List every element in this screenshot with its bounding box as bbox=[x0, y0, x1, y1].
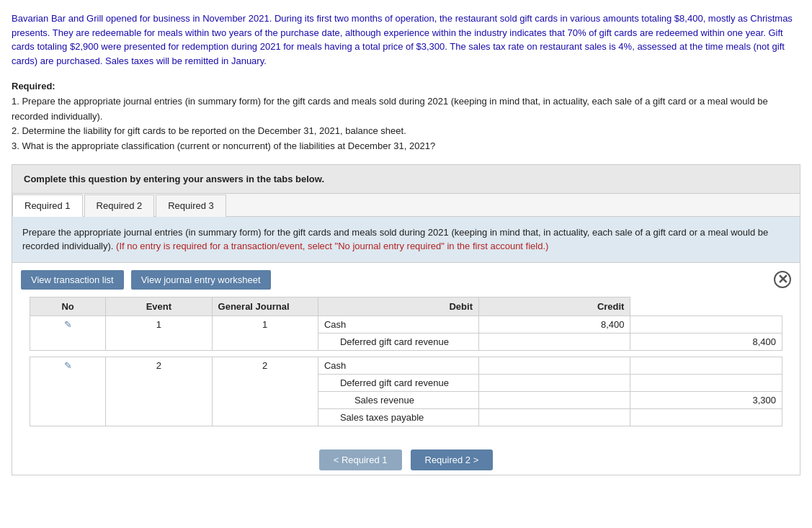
complete-box: Complete this question by entering your … bbox=[12, 164, 800, 194]
buttons-row: View transaction list View journal entry… bbox=[12, 263, 800, 297]
required-item-3: 3. What is the appropriate classificatio… bbox=[12, 139, 800, 154]
row-credit bbox=[630, 374, 782, 391]
required-section: Required: 1. Prepare the appropriate jou… bbox=[12, 79, 800, 154]
required-item-1: 1. Prepare the appropriate journal entri… bbox=[12, 94, 800, 125]
spacer-row bbox=[30, 426, 782, 432]
row-debit bbox=[478, 408, 630, 426]
col-header-event: Event bbox=[106, 297, 212, 316]
table-row: ✎11Cash8,400 bbox=[30, 316, 782, 333]
tab-required-3[interactable]: Required 3 bbox=[156, 194, 226, 217]
row-no: 2 bbox=[106, 357, 212, 426]
tab-red-text: (If no entry is required for a transacti… bbox=[116, 241, 548, 251]
journal-table: No Event General Journal Debit Credit ✎1… bbox=[30, 297, 782, 432]
row-debit bbox=[478, 391, 630, 408]
row-gj: Sales taxes payable bbox=[318, 408, 478, 426]
row-debit bbox=[478, 333, 630, 350]
row-credit bbox=[630, 316, 782, 333]
row-debit: 8,400 bbox=[478, 316, 630, 333]
row-gj: Cash bbox=[318, 316, 478, 333]
tabs-row: Required 1 Required 2 Required 3 bbox=[12, 194, 800, 217]
row-gj: Deferred gift card revenue bbox=[318, 333, 478, 350]
col-header-debit: Debit bbox=[318, 297, 478, 316]
table-wrapper: No Event General Journal Debit Credit ✎1… bbox=[12, 297, 800, 439]
intro-paragraph: Bavarian Bar and Grill opened for busine… bbox=[12, 12, 800, 68]
tab-required-2[interactable]: Required 2 bbox=[84, 194, 155, 217]
row-gj: Deferred gift card revenue bbox=[318, 374, 478, 391]
close-icon[interactable]: ✕ bbox=[774, 271, 791, 288]
row-debit bbox=[478, 357, 630, 374]
edit-cell[interactable]: ✎ bbox=[30, 316, 106, 350]
row-credit: 3,300 bbox=[630, 391, 782, 408]
col-header-gj: General Journal bbox=[212, 297, 318, 316]
tab-instruction: Prepare the appropriate journal entries … bbox=[12, 217, 800, 263]
tab-required-1[interactable]: Required 1 bbox=[12, 194, 83, 217]
tabs-container: Required 1 Required 2 Required 3 Prepare… bbox=[12, 194, 800, 475]
row-no: 1 bbox=[106, 316, 212, 350]
row-gj: Cash bbox=[318, 357, 478, 374]
next-button[interactable]: Required 2 > bbox=[411, 449, 494, 470]
row-event: 2 bbox=[212, 357, 318, 426]
nav-row: < Required 1 Required 2 > bbox=[12, 439, 800, 475]
col-header-credit: Credit bbox=[478, 297, 630, 316]
required-item-2: 2. Determine the liability for gift card… bbox=[12, 124, 800, 139]
required-title: Required: bbox=[12, 81, 55, 91]
row-event: 1 bbox=[212, 316, 318, 350]
view-transaction-button[interactable]: View transaction list bbox=[21, 270, 124, 290]
edit-icon[interactable]: ✎ bbox=[64, 360, 72, 371]
row-credit: 8,400 bbox=[630, 333, 782, 350]
row-credit bbox=[630, 408, 782, 426]
table-header-row: No Event General Journal Debit Credit bbox=[30, 297, 782, 316]
row-gj: Sales revenue bbox=[318, 391, 478, 408]
prev-button[interactable]: < Required 1 bbox=[319, 449, 402, 470]
spacer-row bbox=[30, 350, 782, 357]
edit-icon[interactable]: ✎ bbox=[64, 319, 72, 330]
row-credit bbox=[630, 357, 782, 374]
row-debit bbox=[478, 374, 630, 391]
edit-cell[interactable]: ✎ bbox=[30, 357, 106, 426]
view-journal-button[interactable]: View journal entry worksheet bbox=[131, 270, 271, 290]
col-header-no: No bbox=[30, 297, 106, 316]
table-row: ✎22Cash bbox=[30, 357, 782, 374]
